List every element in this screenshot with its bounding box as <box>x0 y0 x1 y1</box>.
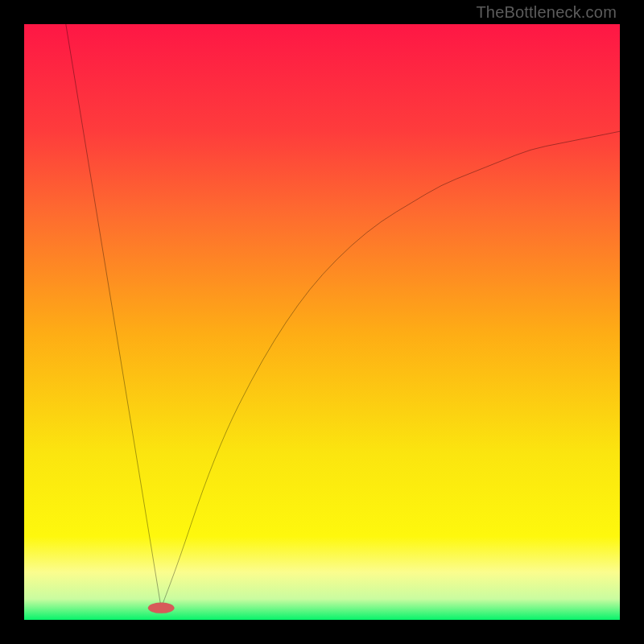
chart-frame: TheBottleneck.com <box>0 0 644 644</box>
chart-svg <box>24 24 620 620</box>
watermark-text: TheBottleneck.com <box>476 3 617 22</box>
gradient-background <box>24 24 620 620</box>
plot-area <box>24 24 620 620</box>
minimum-marker <box>148 603 175 613</box>
